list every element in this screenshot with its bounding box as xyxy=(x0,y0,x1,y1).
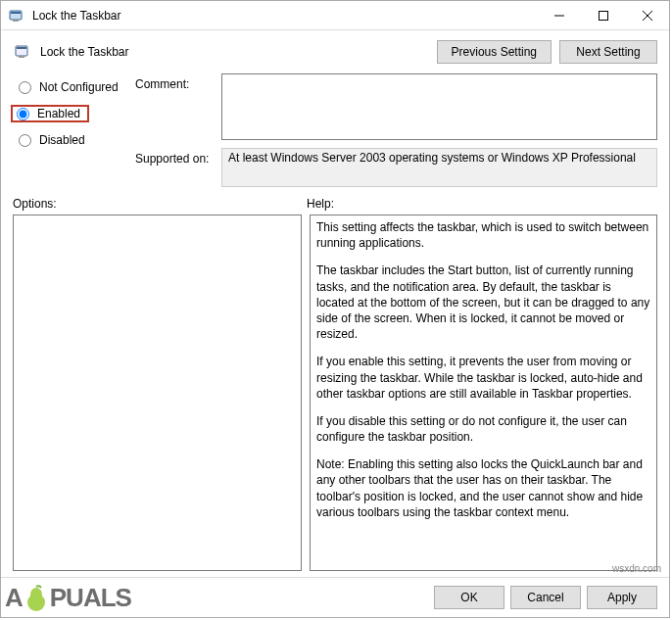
header-row: Lock the Taskbar Previous Setting Next S… xyxy=(13,40,657,64)
radio-enabled-input[interactable] xyxy=(17,108,29,120)
radio-not-configured-label: Not Configured xyxy=(39,80,119,94)
dialog-footer: OK Cancel Apply xyxy=(1,577,669,617)
svg-rect-1 xyxy=(11,12,21,14)
help-paragraph: If you enable this setting, it prevents … xyxy=(316,354,650,402)
cancel-button[interactable]: Cancel xyxy=(510,586,581,609)
help-panel: This setting affects the taskbar, which … xyxy=(310,215,657,571)
lower-split: This setting affects the taskbar, which … xyxy=(13,215,657,571)
comment-textarea[interactable] xyxy=(221,73,657,140)
apply-button[interactable]: Apply xyxy=(587,586,657,609)
supported-label: Supported on: xyxy=(135,148,214,166)
supported-row: Supported on: xyxy=(135,148,657,187)
policy-name: Lock the Taskbar xyxy=(40,45,129,59)
comment-label: Comment: xyxy=(135,73,214,91)
close-button[interactable] xyxy=(625,1,669,29)
options-label: Options: xyxy=(13,197,307,211)
comment-row: Comment: xyxy=(135,73,657,140)
svg-rect-2 xyxy=(13,20,19,22)
radio-disabled-label: Disabled xyxy=(39,133,85,147)
help-label: Help: xyxy=(307,197,334,211)
radio-enabled-label: Enabled xyxy=(37,107,80,120)
help-paragraph: Note: Enabling this setting also locks t… xyxy=(316,456,650,520)
help-paragraph: If you disable this setting or do not co… xyxy=(316,413,650,445)
content-area: Lock the Taskbar Previous Setting Next S… xyxy=(1,30,669,577)
config-row: Not Configured Enabled Disabled Comment: xyxy=(13,73,657,187)
radio-enabled[interactable]: Enabled xyxy=(11,105,89,122)
supported-on-text xyxy=(221,148,657,187)
window-title: Lock the Taskbar xyxy=(32,9,121,23)
radio-not-configured[interactable]: Not Configured xyxy=(13,79,125,95)
ok-button[interactable]: OK xyxy=(434,586,504,609)
help-paragraph: The taskbar includes the Start button, l… xyxy=(316,262,650,342)
radio-not-configured-input[interactable] xyxy=(19,81,31,94)
window-controls xyxy=(537,1,669,29)
app-icon xyxy=(7,6,26,25)
previous-setting-button[interactable]: Previous Setting xyxy=(437,40,552,64)
svg-rect-4 xyxy=(599,11,607,20)
dialog-window: Lock the Taskbar Lock th xyxy=(0,0,670,618)
radio-disabled-input[interactable] xyxy=(19,134,31,147)
state-radio-group: Not Configured Enabled Disabled xyxy=(13,73,125,187)
help-paragraph: This setting affects the taskbar, which … xyxy=(316,219,650,251)
minimize-button[interactable] xyxy=(537,1,581,29)
svg-rect-9 xyxy=(19,56,24,58)
radio-disabled[interactable]: Disabled xyxy=(13,132,125,148)
details-column: Comment: Supported on: xyxy=(135,73,657,187)
titlebar: Lock the Taskbar xyxy=(1,1,669,30)
svg-rect-8 xyxy=(17,47,26,49)
policy-icon xyxy=(13,42,32,62)
maximize-button[interactable] xyxy=(581,1,625,29)
next-setting-button[interactable]: Next Setting xyxy=(559,40,657,64)
lower-labels-row: Options: Help: xyxy=(13,197,657,211)
options-panel xyxy=(13,215,302,571)
